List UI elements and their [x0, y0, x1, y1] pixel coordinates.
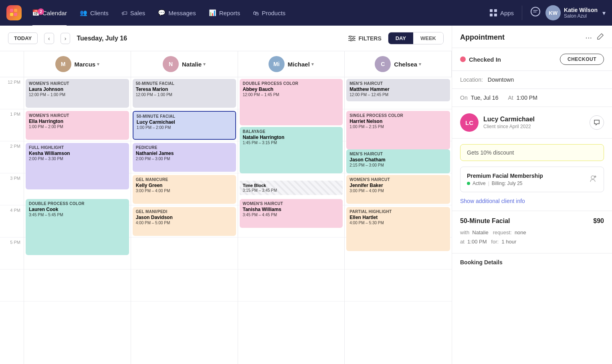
membership-sep: |	[488, 181, 489, 186]
active-dot-icon	[467, 182, 470, 185]
filters-button[interactable]: FILTERS	[348, 35, 381, 42]
appt-jason-davidson[interactable]: GEL MANI/PEDI Jason Davidson 4:00 PM – 5…	[133, 207, 236, 236]
client-info: Lucy Carmichael Client since April 2022	[483, 116, 585, 129]
today-button[interactable]: TODAY	[8, 32, 38, 44]
checkin-dot-icon	[460, 56, 466, 62]
datetime-row: On Tue, Jul 16 At 1:00 PM	[452, 89, 612, 107]
nav-clients[interactable]: 👥 Clients	[74, 6, 114, 20]
day-view-button[interactable]: DAY	[388, 32, 413, 44]
appt-ellen-hartlet[interactable]: PARTIAL HIGHLIGHT Ellen Hartlet 4:00 PM …	[346, 207, 450, 251]
time-column: 12 PM 1 PM 2 PM 3 PM 4 PM 5 PM	[0, 77, 24, 364]
apps-button[interactable]: Apps	[489, 9, 514, 17]
appt-kelly-green[interactable]: GEL MANICURE Kelly Green 3:00 PM – 4:00 …	[133, 175, 236, 204]
location-row: Location: Downtown	[452, 71, 612, 89]
svg-point-12	[349, 36, 351, 37]
nav-products[interactable]: 🛍 Products	[247, 6, 291, 20]
appointment-time: 1:00 PM	[517, 95, 537, 101]
time-12pm: 12 PM	[0, 77, 24, 109]
reports-icon: 📊	[209, 9, 216, 16]
staff-natalie[interactable]: N Natalie ▾	[131, 51, 238, 77]
appt-harriet-nelson[interactable]: SINGLE PROCESS COLOR Harriet Nelson 1:00…	[346, 111, 450, 149]
service-at: 1:00 PM	[467, 239, 487, 245]
service-row: 50-Minute Facial $90 with Natalie reques…	[452, 211, 612, 253]
natalie-column[interactable]: 50-MINUTE FACIAL Teresa Marion 12:00 PM …	[131, 77, 238, 364]
marcus-chevron-icon: ▾	[97, 62, 99, 67]
service-request: none	[515, 229, 526, 235]
time-4pm: 4 PM	[0, 205, 24, 237]
user-avatar-img: KW	[545, 5, 561, 20]
week-view-button[interactable]: WEEK	[413, 32, 443, 44]
svg-rect-4	[490, 9, 493, 12]
appt-teresa-marion[interactable]: 50-MINUTE FACIAL Teresa Marion 12:00 PM …	[133, 79, 236, 108]
appt-nathaniel-james[interactable]: PEDICURE Nathaniel James 2:00 PM – 3:00 …	[133, 143, 236, 172]
client-row: LC Lucy Carmichael Client since April 20…	[452, 107, 612, 139]
more-options-button[interactable]: ···	[585, 33, 592, 42]
appt-laura-johnson[interactable]: WOMEN'S HAIRCUT Laura Johnson 12:00 PM –…	[26, 79, 129, 108]
membership-info: Premium Facial Membership Active | Billi…	[467, 173, 543, 186]
staff-chelsea[interactable]: C Chelsea ▾	[345, 51, 452, 77]
michael-avatar: Mi	[269, 56, 285, 72]
next-button[interactable]: ›	[61, 33, 71, 44]
message-client-button[interactable]	[590, 115, 604, 130]
checkin-status: Checked In	[460, 56, 501, 63]
app-logo[interactable]	[6, 5, 22, 20]
appt-natalie-harrington[interactable]: BALAYAGE Natalie Harrington 1:45 PM – 3:…	[240, 127, 343, 173]
appt-jennifer-baker[interactable]: WOMEN'S HAIRCUT Jennifer Baker 3:00 PM –…	[346, 175, 450, 204]
appt-lauren-cook[interactable]: DOUBLE PROCESS COLOR Lauren Cook 3:45 PM…	[26, 199, 129, 255]
michael-chevron-icon: ▾	[311, 62, 314, 67]
nav-calendar[interactable]: 📅 2 Calendar	[26, 6, 73, 20]
appt-time-block[interactable]: Time Block 3:15 PM – 3:45 PM	[240, 181, 343, 195]
edit-button[interactable]	[597, 33, 604, 42]
sales-icon: 🏷	[121, 10, 127, 16]
checkout-button[interactable]: CHECKOUT	[560, 54, 604, 65]
service-details: with Natalie request: none at 1:00 PM fo…	[460, 228, 604, 247]
service-price: $90	[593, 217, 604, 225]
service-with: Natalie	[472, 229, 488, 235]
time-3pm: 3 PM	[0, 173, 24, 205]
appointment-date: Tue, Jul 16	[471, 95, 499, 101]
time-2pm: 2 PM	[0, 141, 24, 173]
appt-kesha-williamson[interactable]: FULL HIGHLIGHT Kesha Williamson 2:00 PM …	[26, 143, 129, 189]
on-label: On	[460, 95, 468, 101]
nav-reports[interactable]: 📊 Reports	[203, 6, 246, 20]
svg-point-13	[353, 38, 354, 39]
membership-icon	[588, 174, 597, 185]
svg-rect-0	[10, 9, 13, 12]
products-icon: 🛍	[253, 10, 259, 16]
nav-sales[interactable]: 🏷 Sales	[116, 6, 151, 20]
user-chevron-icon: ▾	[602, 9, 606, 17]
michael-column[interactable]: DOUBLE PROCESS COLOR Abbey Bauch 12:00 P…	[238, 77, 345, 364]
calendar-header: TODAY ‹ › Tuesday, July 16 FILTERS DAY W…	[0, 26, 452, 51]
staff-michael[interactable]: Mi Michael ▾	[238, 51, 345, 77]
staff-marcus[interactable]: M Marcus ▾	[24, 51, 131, 77]
appt-jason-chatham[interactable]: MEN'S HAIRCUT Jason Chatham 2:15 PM – 3:…	[346, 149, 450, 173]
membership-box: Premium Facial Membership Active | Billi…	[460, 167, 604, 192]
appointment-panel: Appointment ··· Checked In CHECKOUT Loca…	[452, 26, 612, 364]
marcus-column[interactable]: WOMEN'S HAIRCUT Laura Johnson 12:00 PM –…	[24, 77, 131, 364]
appt-ella-harrington[interactable]: WOMEN'S HAIRCUT Ella Harrington 1:00 PM …	[26, 111, 129, 140]
svg-rect-6	[490, 14, 493, 16]
appt-abbey-bauch[interactable]: DOUBLE PROCESS COLOR Abbey Bauch 12:00 P…	[240, 79, 343, 125]
svg-point-16	[594, 175, 596, 177]
messages-icon-btn[interactable]	[530, 6, 541, 19]
chelsea-chevron-icon: ▾	[419, 62, 421, 67]
panel-header: Appointment ···	[452, 26, 612, 48]
membership-billing: Billing: July 25	[492, 181, 523, 186]
booking-details-section[interactable]: Booking Details	[452, 253, 612, 271]
prev-button[interactable]: ‹	[44, 33, 54, 44]
show-more-link[interactable]: Show additional client info	[452, 198, 612, 211]
natalie-chevron-icon: ▾	[203, 62, 206, 67]
user-menu[interactable]: KW Katie Wilson Salon Azul ▾	[545, 5, 606, 20]
appt-lucy-carmichael[interactable]: 50-MINUTE FACIAL Lucy Carmichael 1:00 PM…	[133, 111, 236, 140]
membership-active: Active	[473, 181, 486, 186]
appt-matthew-hammer[interactable]: MEN'S HAIRCUT Matthew Hammer 12:00 PM – …	[346, 79, 450, 101]
discount-text: Gets 10% discount	[467, 149, 514, 156]
chelsea-column[interactable]: MEN'S HAIRCUT Matthew Hammer 12:00 PM – …	[345, 77, 452, 364]
calendar-grid: 12 PM 1 PM 2 PM 3 PM 4 PM 5 PM WOMEN'S H…	[0, 77, 452, 364]
appt-tanisha-williams[interactable]: WOMEN'S HAIRCUT Tanisha Williams 3:45 PM…	[240, 199, 343, 228]
clients-icon: 👥	[80, 9, 87, 16]
michael-name: Michael ▾	[288, 61, 314, 68]
svg-point-8	[531, 7, 540, 16]
nav-messages[interactable]: 💬 Messages	[152, 6, 201, 20]
location-value: Downtown	[488, 76, 514, 83]
